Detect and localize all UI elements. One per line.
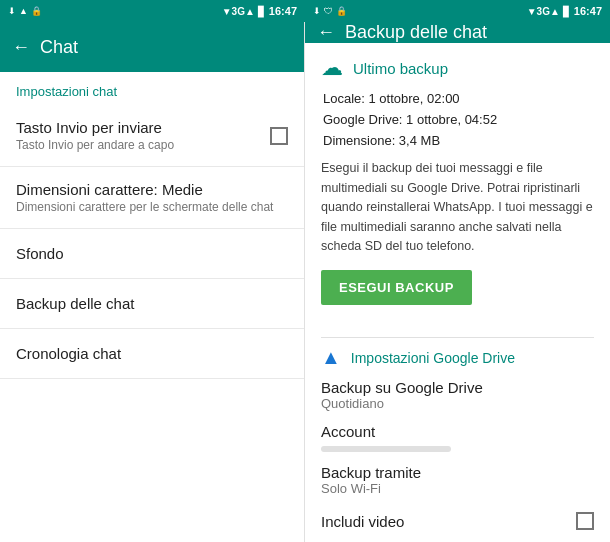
impostazioni-chat-label: Impostazioni chat <box>0 72 304 105</box>
includi-video-title: Includi video <box>321 513 404 530</box>
divider <box>321 337 594 338</box>
dimensioni-title: Dimensioni carattere: Medie <box>16 181 273 198</box>
backup-tramite-title: Backup tramite <box>321 464 594 481</box>
notification-icon: ⬇ <box>8 6 16 16</box>
includi-video-checkbox[interactable] <box>576 512 594 530</box>
right-top-bar: ← Backup delle chat <box>305 22 610 43</box>
backup-tramite-row[interactable]: Backup tramite Solo Wi-Fi <box>321 464 594 496</box>
time-right: 16:47 <box>574 5 602 17</box>
backup-su-gdrive-sub: Quotidiano <box>321 396 594 411</box>
account-title: Account <box>321 423 594 440</box>
tasto-invio-title: Tasto Invio per inviare <box>16 119 174 136</box>
signal-text-right: ▼3G▲ <box>527 6 560 17</box>
backup-gdrive: Google Drive: 1 ottobre, 04:52 <box>323 110 594 131</box>
battery-right: ▊ <box>563 6 571 17</box>
backup-locale: Locale: 1 ottobre, 02:00 <box>323 89 594 110</box>
left-top-bar: ← Chat <box>0 22 304 72</box>
menu-item-tasto-invio[interactable]: Tasto Invio per inviare Tasto Invio per … <box>0 105 304 167</box>
left-content: Impostazioni chat Tasto Invio per inviar… <box>0 72 304 542</box>
right-content: ☁ Ultimo backup Locale: 1 ottobre, 02:00… <box>305 43 610 542</box>
cloud-upload-icon: ☁ <box>321 55 343 81</box>
shield-icon-r: 🛡 <box>324 6 333 16</box>
esegui-backup-button[interactable]: ESEGUI BACKUP <box>321 270 472 305</box>
menu-item-dimensioni[interactable]: Dimensioni carattere: Medie Dimensioni c… <box>0 167 304 229</box>
left-panel-title: Chat <box>40 37 78 58</box>
tasto-invio-checkbox[interactable] <box>270 127 288 145</box>
right-panel-title: Backup delle chat <box>345 22 487 43</box>
ultimo-backup-label: Ultimo backup <box>353 60 448 77</box>
lock-icon: 🔒 <box>31 6 42 16</box>
notification-icon-r: ⬇ <box>313 6 321 16</box>
backup-dimensione: Dimensione: 3,4 MB <box>323 131 594 152</box>
account-row[interactable]: Account <box>321 423 594 452</box>
back-arrow-left[interactable]: ← <box>12 37 30 58</box>
time-left: 16:47 <box>269 5 297 17</box>
ultimo-backup-section: ☁ Ultimo backup Locale: 1 ottobre, 02:00… <box>321 55 594 321</box>
status-bar-left: ⬇ ▲ 🔒 ▼3G▲ ▊ 16:47 <box>0 0 305 22</box>
menu-item-sfondo[interactable]: Sfondo <box>0 229 304 279</box>
backup-info: Locale: 1 ottobre, 02:00 Google Drive: 1… <box>321 89 594 151</box>
backup-su-gdrive-title: Backup su Google Drive <box>321 379 594 396</box>
backup-tramite-sub: Solo Wi-Fi <box>321 481 594 496</box>
backup-description: Esegui il backup dei tuoi messaggi e fil… <box>321 159 594 256</box>
back-arrow-right[interactable]: ← <box>317 22 335 43</box>
wifi-icon: ▲ <box>19 6 28 16</box>
menu-item-backup[interactable]: Backup delle chat <box>0 279 304 329</box>
gdrive-section: ▲ Impostazioni Google Drive Backup su Go… <box>321 346 594 534</box>
lock-icon-r: 🔒 <box>336 6 347 16</box>
battery-left: ▊ <box>258 6 266 17</box>
account-bar <box>321 446 451 452</box>
tasto-invio-subtitle: Tasto Invio per andare a capo <box>16 138 174 152</box>
status-bar-right: ⬇ 🛡 🔒 ▼3G▲ ▊ 16:47 <box>305 0 610 22</box>
signal-text-left: ▼3G▲ <box>222 6 255 17</box>
includi-video-row[interactable]: Includi video <box>321 508 594 534</box>
backup-su-gdrive-row[interactable]: Backup su Google Drive Quotidiano <box>321 379 594 411</box>
gdrive-label: Impostazioni Google Drive <box>351 350 515 366</box>
menu-item-cronologia[interactable]: Cronologia chat <box>0 329 304 379</box>
dimensioni-subtitle: Dimensioni carattere per le schermate de… <box>16 200 273 214</box>
gdrive-icon: ▲ <box>321 346 341 369</box>
